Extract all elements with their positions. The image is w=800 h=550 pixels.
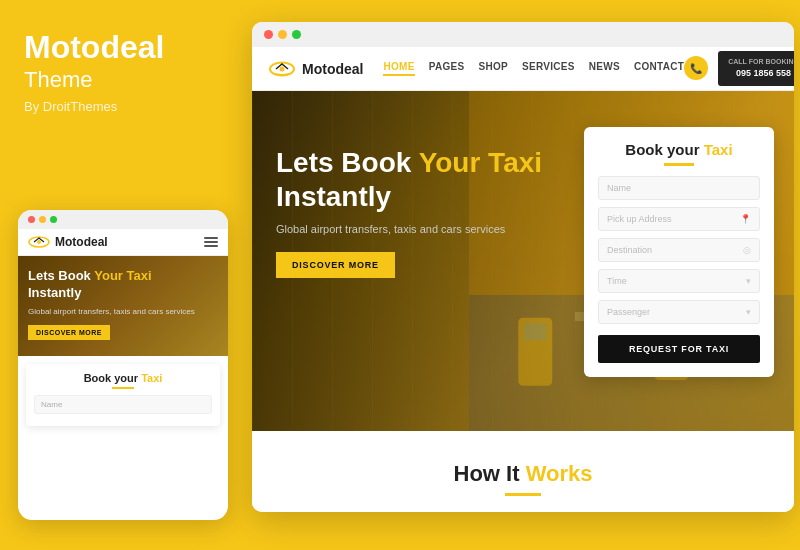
name-field[interactable]: Name: [598, 176, 760, 200]
mobile-logo: Motodeal: [28, 235, 108, 249]
left-panel: Motodeal Theme By DroitThemes Motodeal: [0, 0, 248, 550]
passenger-field[interactable]: Passenger ▾: [598, 300, 760, 324]
time-field[interactable]: Time ▾: [598, 269, 760, 293]
brand-name: Motodeal: [24, 30, 224, 65]
brand-subtitle: Theme: [24, 67, 224, 93]
browser-bar: [252, 22, 794, 47]
pickup-icon: 📍: [740, 214, 751, 224]
mobile-logo-icon: [28, 235, 50, 249]
mobile-hero-text: Lets Book Your Taxi Instantly: [28, 268, 218, 302]
hamburger-icon[interactable]: [204, 237, 218, 247]
request-taxi-button[interactable]: REQUEST FOR TAXI: [598, 335, 760, 363]
nav-link-pages[interactable]: PAGES: [429, 61, 465, 76]
brand-by: By DroitThemes: [24, 99, 224, 114]
booking-card: Book your Taxi Name Pick up Address 📍 De…: [584, 127, 774, 377]
phone-icon: 📞: [684, 56, 708, 80]
mobile-hero: Lets Book Your Taxi Instantly Global air…: [18, 256, 228, 356]
nav-link-services[interactable]: SERVICES: [522, 61, 575, 76]
hero-subtitle: Global airport transfers, taxis and cars…: [276, 221, 516, 238]
mobile-book-card: Book your Taxi Name: [26, 364, 220, 426]
destination-field[interactable]: Destination ◎: [598, 238, 760, 262]
svg-rect-9: [524, 323, 547, 340]
mobile-hero-sub: Global airport transfers, taxis and cars…: [28, 306, 218, 317]
nav-link-home[interactable]: HOME: [383, 61, 414, 76]
destination-icon: ◎: [743, 245, 751, 255]
bottom-section: How It Works: [252, 431, 794, 512]
passenger-dropdown-icon: ▾: [746, 307, 751, 317]
site-nav: Motodeal HOME PAGES SHOP SERVICES NEWS C…: [252, 47, 794, 91]
mobile-book-title: Book your Taxi: [34, 372, 212, 384]
browser-dot-green[interactable]: [292, 30, 301, 39]
how-it-works-title: How It Works: [454, 461, 593, 487]
mobile-dot-red: [28, 216, 35, 223]
how-divider: [505, 493, 541, 496]
nav-phone: CALL FOR BOOKING 095 1856 558: [718, 51, 794, 85]
mobile-mockup: Motodeal Lets Book Your Taxi Instantly G…: [18, 210, 228, 520]
mobile-logo-text: Motodeal: [55, 235, 108, 249]
booking-divider: [664, 163, 694, 166]
mobile-book-divider: [112, 387, 134, 389]
browser-dot-red[interactable]: [264, 30, 273, 39]
svg-point-1: [37, 240, 41, 244]
svg-point-3: [280, 66, 285, 71]
booking-title: Book your Taxi: [598, 141, 760, 158]
nav-links: HOME PAGES SHOP SERVICES NEWS CONTACT: [383, 61, 684, 76]
mobile-dot-yellow: [39, 216, 46, 223]
mobile-nav: Motodeal: [18, 229, 228, 256]
browser-mockup: Motodeal HOME PAGES SHOP SERVICES NEWS C…: [252, 22, 794, 512]
pickup-address-field[interactable]: Pick up Address 📍: [598, 207, 760, 231]
nav-link-news[interactable]: NEWS: [589, 61, 620, 76]
nav-link-shop[interactable]: SHOP: [478, 61, 508, 76]
mobile-discover-btn[interactable]: DISCOVER MORE: [28, 325, 110, 340]
hero-content: Lets Book Your Taxi Instantly Global air…: [276, 146, 542, 278]
discover-more-button[interactable]: DISCOVER MORE: [276, 252, 395, 278]
hero-section: Lets Book Your Taxi Instantly Global air…: [252, 91, 794, 431]
nav-link-contact[interactable]: CONTACT: [634, 61, 684, 76]
time-dropdown-icon: ▾: [746, 276, 751, 286]
site-logo: Motodeal: [268, 60, 363, 78]
hero-title: Lets Book Your Taxi Instantly: [276, 146, 542, 213]
site-logo-icon: [268, 60, 296, 78]
site-logo-text: Motodeal: [302, 61, 363, 77]
mobile-name-input[interactable]: Name: [34, 395, 212, 414]
mobile-browser-bar: [18, 210, 228, 229]
mobile-dot-green: [50, 216, 57, 223]
browser-dot-yellow[interactable]: [278, 30, 287, 39]
